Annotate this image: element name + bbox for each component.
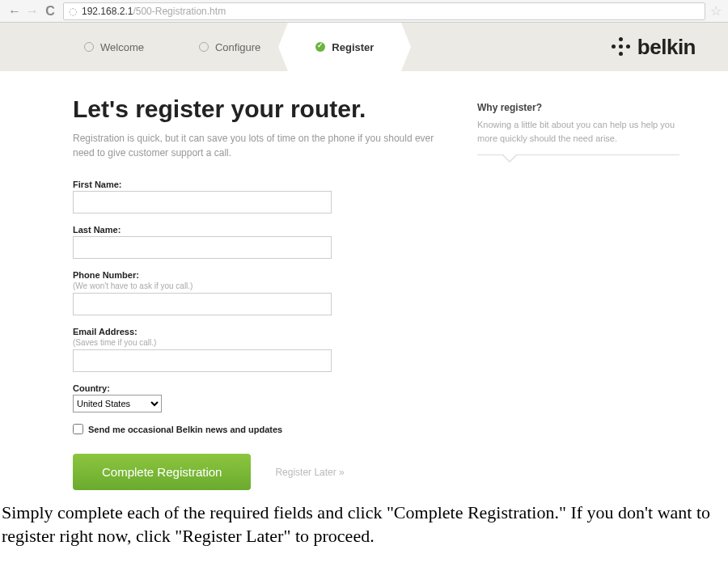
email-input[interactable]	[73, 349, 332, 372]
page-subtitle: Registration is quick, but it can save y…	[73, 131, 445, 160]
first-name-input[interactable]	[73, 191, 332, 214]
main-form-area: Let's register your router. Registration…	[73, 95, 445, 490]
wizard-steps: Welcome Configure Register belkin	[0, 23, 728, 71]
globe-icon: ◌	[69, 6, 77, 17]
back-button[interactable]: ←	[6, 3, 23, 19]
step-label: Configure	[215, 41, 260, 53]
brand-name: belkin	[637, 35, 696, 60]
country-label: Country:	[73, 383, 445, 393]
sidebar-info: Why register? Knowing a little bit about…	[477, 95, 679, 490]
brand-logo: belkin	[612, 35, 696, 60]
complete-registration-button[interactable]: Complete Registration	[73, 454, 251, 490]
step-label: Register	[332, 41, 374, 53]
step-label: Welcome	[100, 41, 144, 53]
register-later-link[interactable]: Register Later »	[275, 467, 344, 478]
phone-hint: (We won't have to ask if you call.)	[73, 281, 445, 290]
country-select[interactable]: United States	[73, 395, 162, 412]
first-name-label: First Name:	[73, 180, 445, 189]
reload-button[interactable]: C	[42, 3, 58, 19]
url-host: 192.168.2.1	[82, 6, 133, 17]
bookmark-star-icon[interactable]: ☆	[710, 3, 722, 19]
browser-toolbar: ← → C ◌ 192.168.2.1/500-Registration.htm…	[0, 0, 728, 23]
step-register[interactable]: Register	[288, 23, 401, 71]
step-configure[interactable]: Configure	[171, 23, 288, 71]
email-hint: (Saves time if you call.)	[73, 338, 445, 347]
phone-input[interactable]	[73, 293, 332, 315]
sidebar-heading: Why register?	[477, 102, 679, 113]
newsletter-checkbox[interactable]	[73, 424, 83, 434]
phone-label: Phone Number:	[73, 270, 445, 280]
step-welcome[interactable]: Welcome	[57, 23, 171, 71]
logo-dots-icon	[612, 37, 631, 57]
page-title: Let's register your router.	[73, 95, 445, 123]
circle-icon	[84, 42, 94, 52]
instruction-caption: Simply complete each of the required fie…	[0, 498, 728, 556]
circle-icon	[199, 42, 209, 52]
email-label: Email Address:	[73, 327, 445, 336]
forward-button[interactable]: →	[24, 3, 40, 19]
divider-arrow-icon	[477, 154, 679, 163]
newsletter-label: Send me occasional Belkin news and updat…	[88, 425, 282, 434]
last-name-input[interactable]	[73, 236, 332, 259]
address-bar[interactable]: ◌ 192.168.2.1/500-Registration.htm	[63, 2, 705, 20]
last-name-label: Last Name:	[73, 225, 445, 235]
checkmark-icon	[315, 42, 325, 52]
sidebar-body: Knowing a little bit about you can help …	[477, 118, 679, 145]
url-path: /500-Registration.htm	[133, 6, 226, 17]
